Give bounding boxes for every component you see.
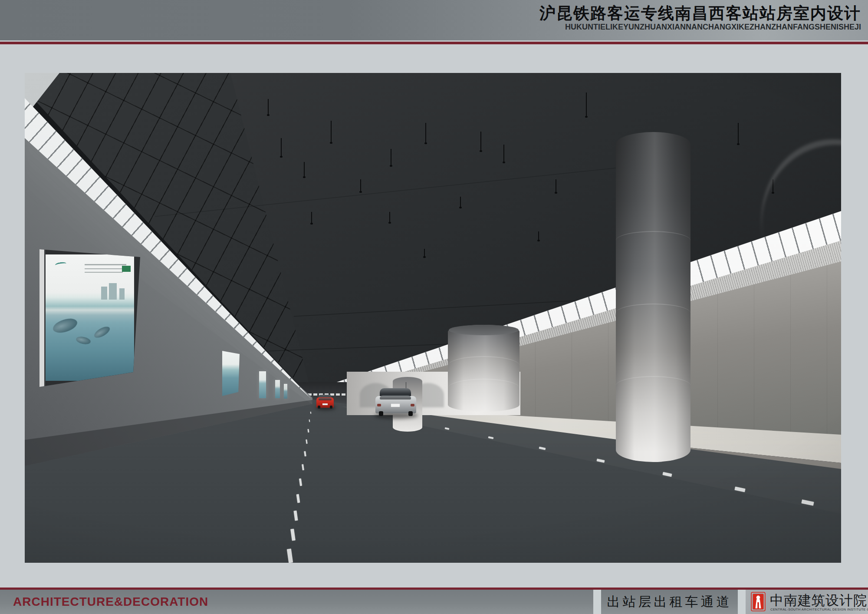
institute-name-en: CENTRAL-SOUTH ARCHITECTURAL DESIGN INSTI…: [770, 607, 868, 611]
suspension-rod-lamp: [480, 132, 481, 151]
institute-logo-icon: [751, 592, 766, 611]
suspension-rod-lamp: [268, 99, 269, 115]
page-title: 沪昆铁路客运专线南昌西客站站房室内设计: [539, 3, 861, 24]
suspension-rod-lamp: [538, 231, 539, 240]
silver-sedan: [375, 388, 416, 416]
suspension-rod-lamp: [304, 162, 305, 177]
header-red-rule: [0, 42, 868, 44]
large-corner-column: [616, 132, 690, 462]
advert-lightbox-large: [39, 249, 140, 387]
presentation-board: 沪昆铁路客运专线南昌西客站站房室内设计 HUKUNTIELIKEYUNZHUAN…: [0, 0, 868, 614]
red-car: [316, 395, 334, 409]
suspension-rod-lamp: [424, 249, 425, 257]
suspension-rod-lamp: [389, 212, 390, 222]
drawing-caption: 出站层出租车通道: [607, 593, 732, 611]
suspension-rod-lamp: [556, 179, 556, 192]
advert-lightbox: [259, 371, 266, 398]
suspension-rod-lamp: [311, 212, 312, 223]
institute-panel: 中南建筑设计院 CENTRAL-SOUTH ARCHITECTURAL DESI…: [746, 590, 868, 614]
drawing-caption-panel: 出站层出租车通道: [601, 590, 738, 614]
suspension-rod-lamp: [425, 123, 426, 143]
column: [448, 325, 519, 412]
footer-divider: [593, 590, 601, 614]
suspension-rod-lamp: [391, 149, 391, 165]
tunnel-rendering: [25, 73, 841, 563]
institute-name: 中南建筑设计院: [770, 591, 867, 610]
advert-lightbox: [222, 351, 240, 396]
page-title-pinyin: HUKUNTIELIKEYUNZHUANXIANNANCHANGXIKEZHAN…: [565, 23, 861, 32]
brand-wordmark: ARCHITECTURE&DECORATION: [13, 595, 208, 609]
suspension-rod-lamp: [503, 145, 504, 162]
footer-divider: [738, 590, 746, 614]
advert-lightbox: [275, 380, 280, 398]
advert-lightbox: [284, 384, 287, 399]
suspension-rod-lamp: [586, 92, 587, 116]
suspension-rod-lamp: [460, 197, 461, 207]
suspension-rod-lamp: [738, 123, 739, 144]
suspension-rod-lamp: [281, 138, 282, 156]
header-band: 沪昆铁路客运专线南昌西客站站房室内设计 HUKUNTIELIKEYUNZHUAN…: [0, 0, 868, 40]
suspension-rod-lamp: [360, 179, 361, 191]
suspension-rod-lamp: [331, 121, 332, 142]
